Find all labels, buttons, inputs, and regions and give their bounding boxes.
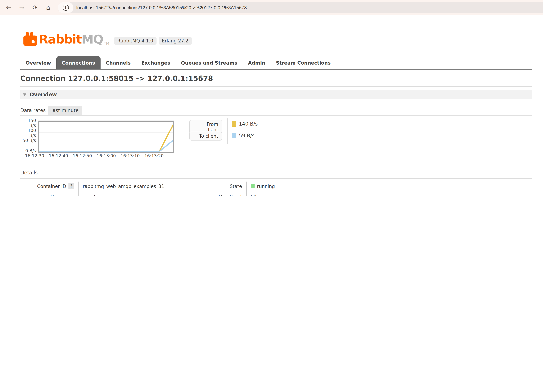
overview-section-header[interactable]: Overview xyxy=(20,90,532,99)
state-value: running xyxy=(250,182,294,192)
tab-exchanges[interactable]: Exchanges xyxy=(136,57,175,69)
y-tick: 100 B/s xyxy=(20,128,36,138)
collapse-icon xyxy=(23,93,26,96)
detail-label: State xyxy=(175,182,246,192)
x-tick: 16:13:20 xyxy=(142,153,166,158)
x-tick: 16:12:30 xyxy=(23,153,46,158)
state-running-swatch xyxy=(250,184,255,188)
tab-stream-connections[interactable]: Stream Connections xyxy=(271,57,336,69)
data-rates-mode-chip[interactable]: last minute xyxy=(48,106,82,115)
container-id-value: rabbitmq_web_amqp_examples_31 xyxy=(83,182,164,192)
username-value: guest xyxy=(83,192,164,196)
detail-label: Container ID? xyxy=(20,182,79,192)
main-nav-tabs: Overview Connections Channels Exchanges … xyxy=(20,56,532,69)
x-tick: 16:13:10 xyxy=(118,153,142,158)
site-info-button[interactable]: i xyxy=(58,2,74,13)
help-icon[interactable]: ? xyxy=(68,183,74,189)
details-heading: Details xyxy=(20,170,532,176)
y-tick: 150 B/s xyxy=(20,118,36,128)
details-right-group: State Heartbeat Frame max Channel limit … xyxy=(175,182,294,196)
legend-divider xyxy=(227,119,228,144)
forward-icon[interactable]: → xyxy=(17,4,26,11)
browser-toolbar: ← → ⟳ ⌂ i localhost:15672/#/connections/… xyxy=(0,0,543,15)
chart-plot-area xyxy=(38,120,174,153)
to-client-swatch xyxy=(232,133,236,138)
legend-to-client-value: 59 B/s xyxy=(232,133,255,138)
erlang-version-badge: Erlang 27.2 xyxy=(159,37,192,45)
url-text: localhost:15672/#/connections/127.0.0.1%… xyxy=(76,5,247,10)
page-title: Connection 127.0.0.1:58015 -> 127.0.0.1:… xyxy=(20,74,532,83)
back-icon[interactable]: ← xyxy=(4,4,13,11)
trademark-label: TM xyxy=(104,41,109,45)
tab-admin[interactable]: Admin xyxy=(243,57,271,69)
address-bar[interactable]: i localhost:15672/#/connections/127.0.0.… xyxy=(58,2,543,13)
title-divider xyxy=(20,86,532,87)
x-tick: 16:13:00 xyxy=(95,153,118,158)
details-grid: Container ID? Username Protocol Connecte… xyxy=(20,182,532,196)
data-rates-label: Data rates xyxy=(20,106,48,115)
rabbitmq-logo-icon[interactable] xyxy=(23,32,37,46)
data-rates-chart: 150 B/s 100 B/s 50 B/s 0 B/s 16:12:30 16… xyxy=(20,120,532,160)
detail-label: Username xyxy=(20,192,79,196)
chart-lines xyxy=(39,122,173,152)
info-icon: i xyxy=(62,5,69,11)
rabbitmq-management-page: ← → ⟳ ⌂ i localhost:15672/#/connections/… xyxy=(0,0,543,196)
tab-connections[interactable]: Connections xyxy=(56,56,100,69)
tab-overview[interactable]: Overview xyxy=(20,57,56,69)
tab-queues-and-streams[interactable]: Queues and Streams xyxy=(175,57,243,69)
y-tick: 50 B/s xyxy=(20,138,36,143)
from-client-swatch xyxy=(232,121,236,127)
legend-to-client-button[interactable]: To client xyxy=(189,132,222,141)
details-left-group: Container ID? Username Protocol Connecte… xyxy=(20,182,164,196)
detail-label: Heartbeat xyxy=(175,192,246,196)
logo-wordmark[interactable]: RabbitMQ xyxy=(39,33,103,46)
y-tick: 0 B/s xyxy=(20,148,36,153)
tab-channels[interactable]: Channels xyxy=(100,57,136,69)
rabbitmq-version-badge: RabbitMQ 4.1.0 xyxy=(114,37,156,45)
x-tick: 16:12:50 xyxy=(71,153,94,158)
legend-from-client-value: 140 B/s xyxy=(232,121,258,127)
details-divider xyxy=(20,178,532,179)
data-rates-bar: Data rates last minute xyxy=(20,106,532,116)
x-tick: 16:12:40 xyxy=(47,153,70,158)
reload-icon[interactable]: ⟳ xyxy=(30,4,40,11)
home-icon[interactable]: ⌂ xyxy=(44,4,53,11)
app-header: RabbitMQ TM RabbitMQ 4.1.0 Erlang 27.2 xyxy=(20,15,532,46)
heartbeat-value: 60s xyxy=(250,192,294,196)
